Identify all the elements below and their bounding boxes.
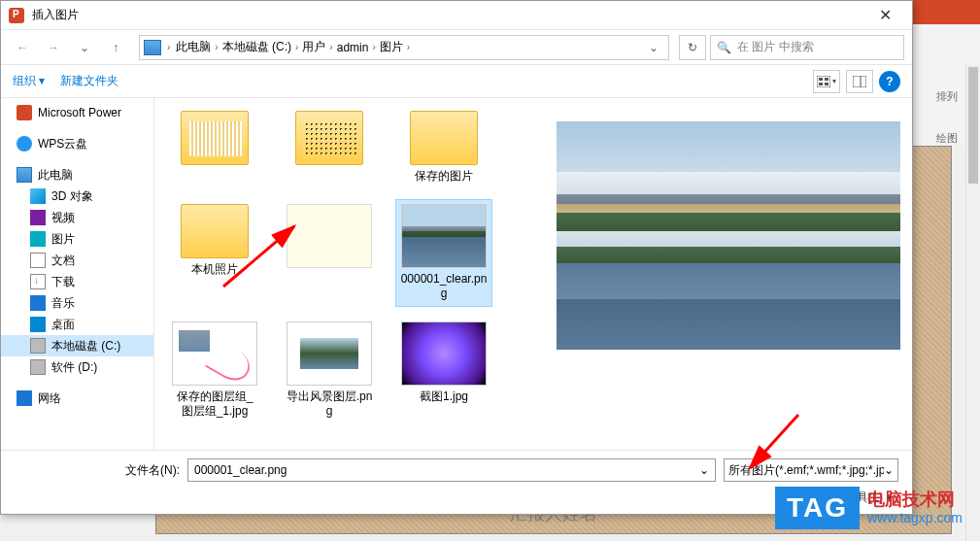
file-item[interactable] [281,199,378,307]
filetype-select[interactable]: 所有图片(*.emf;*.wmf;*.jpg;*.jp ⌄ [724,458,898,482]
view-mode-button[interactable]: ▾ [813,70,840,93]
file-thumbnail [401,204,487,268]
ppt-icon [17,105,32,120]
watermark-line2: www.tagxp.com [867,510,963,526]
breadcrumb-item[interactable]: 本地磁盘 (C:) [219,36,295,59]
tree-item[interactable]: 网络 [1,388,153,409]
disk-icon [30,338,46,354]
navigation-tree[interactable]: Microsoft PowerWPS云盘此电脑3D 对象视频图片文档下载音乐桌面… [1,98,154,450]
breadcrumb-item[interactable]: 图片 [376,36,407,59]
breadcrumb-item[interactable]: 用户 [298,36,329,59]
tree-item-label: 本地磁盘 (C:) [51,338,120,355]
new-folder-button[interactable]: 新建文件夹 [60,73,118,89]
recent-dropdown[interactable]: ⌄ [71,34,98,61]
file-list[interactable]: 保存的图片本机照片000001_clear.png保存的图层组_图层组_1.jp… [154,98,545,450]
watermark-line1: 电脑技术网 [867,490,963,511]
up-button[interactable]: ↑ [102,34,129,61]
svg-rect-2 [825,78,828,81]
tree-item[interactable]: 文档 [1,250,153,271]
file-label: 导出风景图层.png [286,389,373,420]
file-thumbnail [287,321,372,386]
file-item[interactable]: 000001_clear.png [395,199,492,307]
tree-item[interactable]: 桌面 [1,314,153,335]
breadcrumb[interactable]: › 此电脑›本地磁盘 (C:)›用户›admin›图片› ⌄ [139,35,669,60]
file-item[interactable]: 保存的图片 [395,106,492,189]
search-input[interactable]: 🔍 在 图片 中搜索 [710,35,904,60]
search-placeholder: 在 图片 中搜索 [737,39,814,55]
tree-item[interactable]: Microsoft Power [1,102,153,123]
tree-item-label: 视频 [51,210,75,226]
pic-icon [30,231,46,247]
tree-item[interactable]: 视频 [1,207,153,228]
tree-item-label: 3D 对象 [51,188,93,205]
filetype-dropdown-icon[interactable]: ⌄ [884,463,894,477]
dl-icon [30,274,46,289]
ppt-scrollbar[interactable] [965,65,980,541]
file-item[interactable]: 截图1.jpg [395,317,492,424]
dialog-title: 插入图片 [32,7,865,23]
tree-item-label: 文档 [51,253,75,269]
filename-input[interactable]: 000001_clear.png ⌄ [187,458,716,482]
tree-item[interactable]: 此电脑 [1,164,153,186]
pc-icon [144,40,161,55]
file-label: 保存的图片 [400,169,488,185]
3d-icon [30,188,46,204]
file-item[interactable]: 保存的图层组_图层组_1.jpg [166,317,263,424]
file-item[interactable] [281,106,378,189]
svg-rect-4 [825,83,828,85]
tree-item-label: WPS云盘 [38,136,87,152]
breadcrumb-sep: › [167,42,170,52]
svg-rect-0 [817,76,830,87]
forward-button[interactable]: → [40,34,67,61]
desk-icon [30,317,46,332]
tree-item-label: 下载 [51,274,75,290]
file-label: 本机照片 [171,262,258,278]
preview-image [557,121,900,350]
file-thumbnail [287,204,372,268]
watermark-tag: TAG [775,487,860,529]
tree-item[interactable]: 图片 [1,228,153,250]
file-item[interactable] [166,106,263,189]
watermark: TAG 电脑技术网 www.tagxp.com [775,487,963,529]
filename-value: 000001_clear.png [194,463,287,477]
tree-item[interactable]: 软件 (D:) [1,356,153,378]
organize-menu[interactable]: 组织 ▾ [13,73,45,89]
file-item[interactable]: 本机照片 [166,199,263,307]
dialog-body: Microsoft PowerWPS云盘此电脑3D 对象视频图片文档下载音乐桌面… [1,98,912,450]
filename-label: 文件名(N): [15,462,180,479]
tree-item[interactable]: 下载 [1,271,153,292]
breadcrumb-dropdown[interactable]: ⌄ [643,41,664,54]
doc-icon [30,253,46,268]
file-thumbnail [401,321,487,386]
tree-item-label: Microsoft Power [38,106,121,119]
file-label: 保存的图层组_图层组_1.jpg [171,389,258,420]
tree-item[interactable]: 3D 对象 [1,186,153,207]
pc-icon [17,167,32,183]
toolbar: 组织 ▾ 新建文件夹 ▾ ? [1,65,912,98]
breadcrumb-sep: › [407,42,410,52]
tree-item-label: 桌面 [51,317,75,333]
file-item[interactable]: 导出风景图层.png [281,317,378,424]
file-thumbnail [181,111,249,165]
tree-item[interactable]: 本地磁盘 (C:) [1,335,153,356]
video-icon [30,210,46,225]
filename-dropdown-icon[interactable]: ⌄ [699,463,709,477]
back-button[interactable]: ← [9,34,36,61]
content-area: 保存的图片本机照片000001_clear.png保存的图层组_图层组_1.jp… [154,98,912,450]
svg-rect-5 [853,76,866,87]
preview-pane-button[interactable] [846,70,873,93]
file-label: 截图1.jpg [400,389,488,405]
tree-item[interactable]: WPS云盘 [1,133,153,154]
refresh-button[interactable]: ↻ [679,35,706,60]
tree-item-label: 此电脑 [38,167,73,184]
filetype-value: 所有图片(*.emf;*.wmf;*.jpg;*.jp [728,462,884,479]
breadcrumb-item[interactable]: 此电脑 [172,36,215,59]
help-button[interactable]: ? [879,71,900,92]
close-button[interactable]: ✕ [865,2,904,29]
tree-item-label: 图片 [51,231,75,248]
breadcrumb-item[interactable]: admin [333,36,373,59]
tree-item[interactable]: 音乐 [1,292,153,314]
tree-item-label: 音乐 [51,295,75,312]
svg-rect-3 [819,83,823,85]
net-icon [17,390,32,406]
